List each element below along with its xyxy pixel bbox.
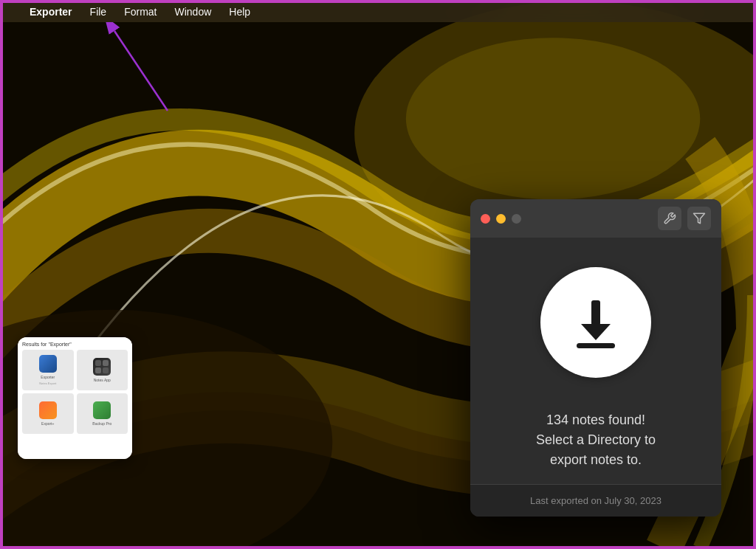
traffic-lights <box>481 214 521 224</box>
wrench-icon <box>663 212 676 225</box>
menubar-format[interactable]: Format <box>117 4 164 19</box>
close-button[interactable] <box>481 214 490 224</box>
window-titlebar <box>470 199 721 238</box>
toolbar-right <box>658 207 711 230</box>
app-store-item: Notes App <box>77 350 128 390</box>
app-store-thumbnail: Results for "Exporter" Exporter Notes Ex… <box>18 337 132 459</box>
minimize-button[interactable] <box>496 214 506 224</box>
app-store-grid: Exporter Notes Export Notes App Export+ <box>22 350 128 434</box>
menubar-app-name[interactable]: Exporter <box>22 4 80 19</box>
filter-icon <box>693 212 706 225</box>
svg-point-2 <box>406 38 700 199</box>
svg-marker-8 <box>581 324 611 340</box>
filter-button[interactable] <box>687 207 711 230</box>
app-store-item: Export+ <box>22 393 74 434</box>
download-icon <box>566 293 625 352</box>
menubar-help[interactable]: Help <box>221 4 258 19</box>
app-store-item: Backup Pro <box>77 393 128 434</box>
app-store-item: Exporter Notes Export <box>22 350 74 390</box>
menubar: Exporter File Format Window Help <box>1 1 755 22</box>
window-footer: Last exported on July 30, 2023 <box>470 484 721 517</box>
wrench-button[interactable] <box>658 207 681 230</box>
notes-found-text: 134 notes found! Select a Directory to e… <box>536 410 656 470</box>
menubar-file[interactable]: File <box>83 4 114 19</box>
last-exported-text: Last exported on July 30, 2023 <box>530 495 662 506</box>
app-store-header: Results for "Exporter" <box>22 342 128 347</box>
download-circle[interactable] <box>540 267 651 378</box>
svg-rect-9 <box>577 343 615 348</box>
window-content: 134 notes found! Select a Directory to e… <box>470 238 721 484</box>
maximize-button[interactable] <box>512 214 521 224</box>
svg-marker-6 <box>694 213 705 224</box>
menubar-window[interactable]: Window <box>167 4 219 19</box>
svg-rect-7 <box>591 300 600 325</box>
app-window: 134 notes found! Select a Directory to e… <box>470 199 721 517</box>
